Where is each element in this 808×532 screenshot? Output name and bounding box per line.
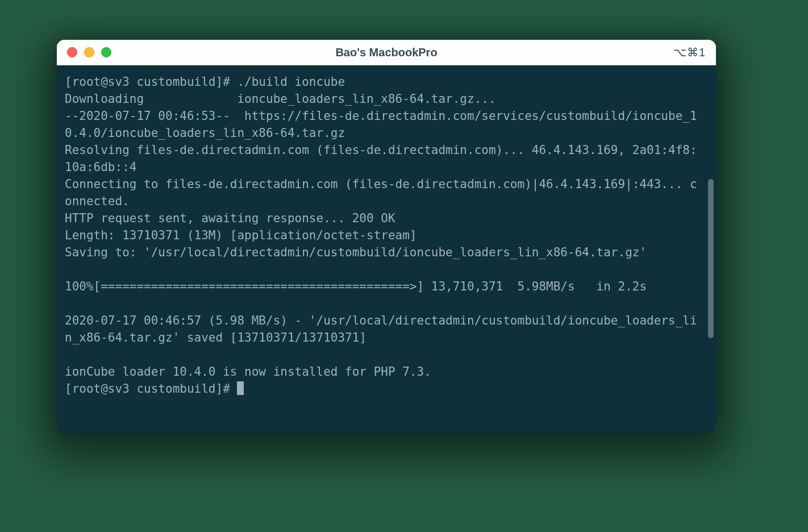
terminal-body[interactable]: [root@sv3 custombuild]# ./build ioncube … [57, 65, 716, 433]
traffic-lights [67, 47, 111, 57]
titlebar[interactable]: Bao's MacbookPro ⌥⌘1 [57, 40, 716, 65]
close-icon[interactable] [67, 47, 77, 57]
minimize-icon[interactable] [84, 47, 94, 57]
window-title: Bao's MacbookPro [57, 46, 716, 59]
terminal-output: [root@sv3 custombuild]# ./build ioncube … [65, 73, 711, 397]
maximize-icon[interactable] [101, 47, 111, 57]
scrollbar-thumb[interactable] [708, 179, 714, 338]
window-shortcut: ⌥⌘1 [673, 45, 706, 59]
terminal-window: Bao's MacbookPro ⌥⌘1 [root@sv3 custombui… [57, 40, 716, 432]
cursor [237, 381, 244, 395]
